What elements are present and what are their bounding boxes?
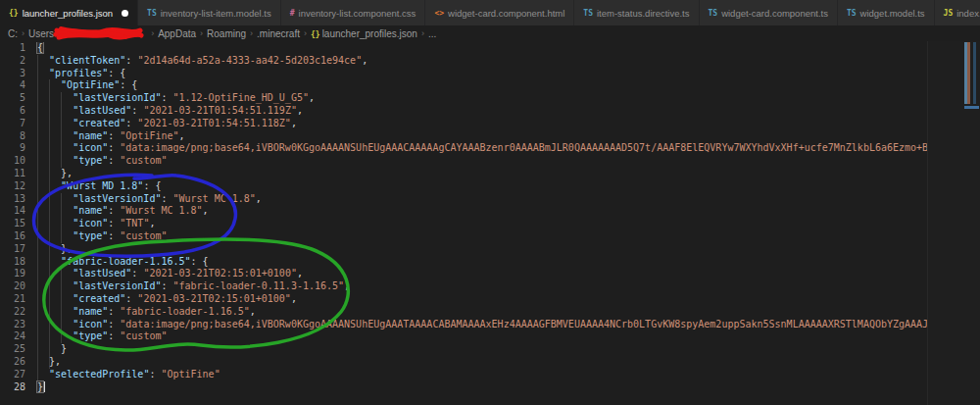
tab-item-status.directive.ts[interactable]: TSitem-status.directive.ts: [574, 0, 699, 25]
token: "name": [73, 306, 108, 317]
code-text[interactable]: "name": "fabric-loader-1.16.5",: [25, 306, 256, 319]
code-line-22[interactable]: 22 "name": "fabric-loader-1.16.5",: [0, 306, 928, 319]
code-line-23[interactable]: 23 "icon": "data:image/png;base64,iVBORw…: [0, 319, 928, 331]
code-line-24[interactable]: 24 "type": "custom": [0, 330, 928, 343]
token: :: [161, 280, 172, 291]
code-line-28[interactable]: 28}: [0, 381, 928, 394]
code-text[interactable]: },: [25, 243, 73, 256]
code-text[interactable]: "type": "custom": [25, 155, 167, 168]
code-text[interactable]: },: [25, 168, 73, 180]
code-lines[interactable]: 1{2 "clientToken": "2d14a64d-a52a-4333-a…: [0, 42, 928, 393]
breadcrumb-item-.minecraft[interactable]: .minecraft: [257, 28, 300, 39]
breadcrumb-item-AppData[interactable]: AppData: [158, 28, 196, 39]
code-line-14[interactable]: 14 "name": "Wurst MC 1.8",: [0, 205, 928, 218]
code-text[interactable]: }: [25, 381, 45, 394]
tab-widget-card.component.html[interactable]: <>widget-card.component.html: [425, 0, 574, 25]
token: "lastUsed": [73, 268, 131, 278]
code-text[interactable]: "lastVersionId": "fabric-loader-0.11.3-1…: [25, 280, 350, 293]
editor[interactable]: 1{2 "clientToken": "2d14a64d-a52a-4333-a…: [0, 41, 980, 405]
breadcrumb-label: launcher_profiles.json: [322, 28, 417, 39]
tab-inventory-list.component.css[interactable]: #inventory-list.component.css: [281, 0, 426, 25]
code-line-18[interactable]: 18 "fabric-loader-1.16.5": {: [0, 256, 928, 269]
code-text[interactable]: },: [25, 356, 61, 369]
token: "OptiFine": [161, 369, 220, 380]
code-text[interactable]: "lastUsed": "2021-03-21T01:54:51.119Z",: [25, 105, 303, 118]
code-text[interactable]: "fabric-loader-1.16.5": {: [25, 256, 209, 269]
code-line-19[interactable]: 19 "lastUsed": "2021-03-21T02:15:01+0100…: [0, 268, 928, 280]
code-line-8[interactable]: 8 "name": "OptiFine",: [0, 130, 928, 143]
code-text[interactable]: "type": "custom": [25, 230, 167, 243]
code-text[interactable]: "clientToken": "2d14a64d-a52a-4333-aa42-…: [25, 55, 368, 68]
line-number: 27: [0, 369, 25, 381]
code-text[interactable]: "lastVersionId": "Wurst MC 1.8",: [25, 193, 262, 206]
code-text[interactable]: "selectedProfile": "OptiFine": [25, 369, 220, 381]
code-line-1[interactable]: 1{: [0, 42, 928, 55]
modified-dot-icon[interactable]: [122, 10, 128, 17]
code-line-16[interactable]: 16 "type": "custom": [0, 230, 928, 243]
tab-inventory-list-item.model.ts[interactable]: TSinventory-list-item.model.ts: [138, 0, 281, 25]
code-text[interactable]: "created": "2021-03-21T01:54:51.118Z",: [25, 118, 297, 130]
token: [37, 319, 73, 329]
code-text[interactable]: "lastUsed": "2021-03-21T02:15:01+0100",: [25, 268, 303, 280]
code-line-7[interactable]: 7 "created": "2021-03-21T01:54:51.118Z",: [0, 118, 928, 130]
code-line-21[interactable]: 21 "created": "2021-03-21T02:15:01+0100"…: [0, 293, 928, 306]
breadcrumb-item-...[interactable]: ...: [428, 28, 436, 39]
token: "fabric-loader-0.11.3-1.16.5": [172, 280, 344, 291]
token: [37, 306, 73, 317]
tab-index.js[interactable]: JSindex.js: [935, 0, 980, 25]
code-text[interactable]: "lastVersionId": "1.12-OptiFine_HD_U_G5"…: [25, 92, 315, 105]
code-text[interactable]: "profiles": {: [25, 68, 125, 80]
breadcrumb-item-C:[interactable]: C:: [8, 28, 18, 39]
line-number: 8: [0, 130, 25, 143]
code-line-2[interactable]: 2 "clientToken": "2d14a64d-a52a-4333-aa4…: [0, 55, 928, 68]
code-line-15[interactable]: 15 "icon": "TNT",: [0, 218, 928, 230]
code-line-5[interactable]: 5 "lastVersionId": "1.12-OptiFine_HD_U_G…: [0, 92, 928, 105]
code-text[interactable]: "icon": "TNT",: [25, 218, 155, 230]
token: [37, 268, 73, 278]
code-line-17[interactable]: 17 },: [0, 243, 928, 256]
tab-launcher_profiles.json[interactable]: {}launcher_profiles.json: [0, 0, 138, 25]
code-line-9[interactable]: 9 "icon": "data:image/png;base64,iVBORw0…: [0, 142, 928, 155]
tab-widget.model.ts[interactable]: TSwidget.model.ts: [838, 0, 935, 25]
code-line-11[interactable]: 11 },: [0, 168, 928, 180]
token: },: [37, 243, 73, 254]
code-line-12[interactable]: 12 "Wurst MD 1.8": {: [0, 180, 928, 193]
token: },: [37, 168, 73, 178]
ts-file-icon: TS: [583, 9, 593, 18]
line-number: 12: [0, 180, 25, 193]
code-text[interactable]: {: [25, 42, 43, 55]
breadcrumb-label: Users: [28, 28, 54, 39]
minimap[interactable]: [927, 41, 980, 405]
token: [37, 142, 73, 153]
code-text[interactable]: "type": "custom": [25, 330, 167, 343]
code-line-4[interactable]: 4 "OptiFine": {: [0, 79, 928, 92]
code-text[interactable]: "icon": "data:image/png;base64,iVBORw0KG…: [25, 142, 928, 155]
tab-label: widget-card.component.ts: [721, 8, 828, 19]
code-text[interactable]: }: [25, 343, 67, 356]
tab-widget-card.component.ts[interactable]: TSwidget-card.component.ts: [700, 0, 838, 25]
code-line-3[interactable]: 3 "profiles": {: [0, 68, 928, 80]
code-line-26[interactable]: 26 },: [0, 356, 928, 369]
line-number: 14: [0, 205, 25, 218]
code-line-27[interactable]: 27 "selectedProfile": "OptiFine": [0, 369, 928, 381]
breadcrumb-separator: ›: [58, 28, 61, 38]
code-line-10[interactable]: 10 "type": "custom": [0, 155, 928, 168]
token: [37, 293, 73, 304]
code-text[interactable]: "name": "Wurst MC 1.8",: [25, 205, 209, 218]
breadcrumb-item-launcher_profiles.json[interactable]: {}launcher_profiles.json: [311, 28, 417, 39]
breadcrumb-item-Users[interactable]: Users: [28, 28, 54, 39]
code-text[interactable]: "name": "OptiFine",: [25, 130, 185, 143]
code-text[interactable]: "created": "2021-03-21T02:15:01+0100",: [25, 293, 297, 306]
code-text[interactable]: "icon": "data:image/png;base64,iVBORw0KG…: [25, 319, 928, 331]
code-line-13[interactable]: 13 "lastVersionId": "Wurst MC 1.8",: [0, 193, 928, 206]
code-line-20[interactable]: 20 "lastVersionId": "fabric-loader-0.11.…: [0, 280, 928, 293]
token: "OptiFine": [120, 130, 178, 141]
html-file-icon: <>: [434, 9, 444, 18]
code-line-6[interactable]: 6 "lastUsed": "2021-03-21T01:54:51.119Z"…: [0, 105, 928, 118]
code-line-25[interactable]: 25 }: [0, 343, 928, 356]
token: ,: [250, 306, 256, 317]
code-text[interactable]: "OptiFine": {: [25, 79, 137, 92]
line-number: 13: [0, 193, 25, 206]
breadcrumb-item-Roaming[interactable]: Roaming: [207, 28, 246, 39]
code-text[interactable]: "Wurst MD 1.8": {: [25, 180, 161, 193]
